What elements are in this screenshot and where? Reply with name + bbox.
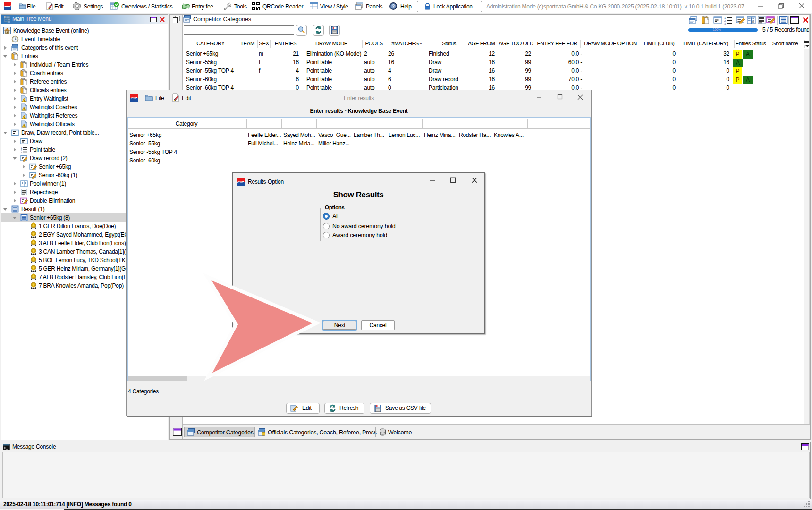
svg-text:3: 3 bbox=[724, 22, 726, 25]
svg-text:?: ? bbox=[392, 4, 395, 9]
svg-text:3: 3 bbox=[21, 151, 22, 154]
